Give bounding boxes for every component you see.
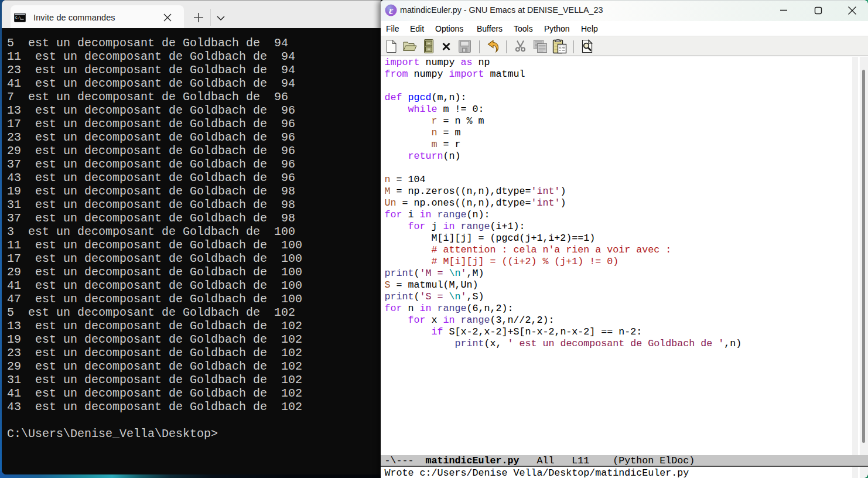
svg-text:ε: ε <box>389 5 394 16</box>
svg-text:C:\: C:\ <box>15 16 21 20</box>
